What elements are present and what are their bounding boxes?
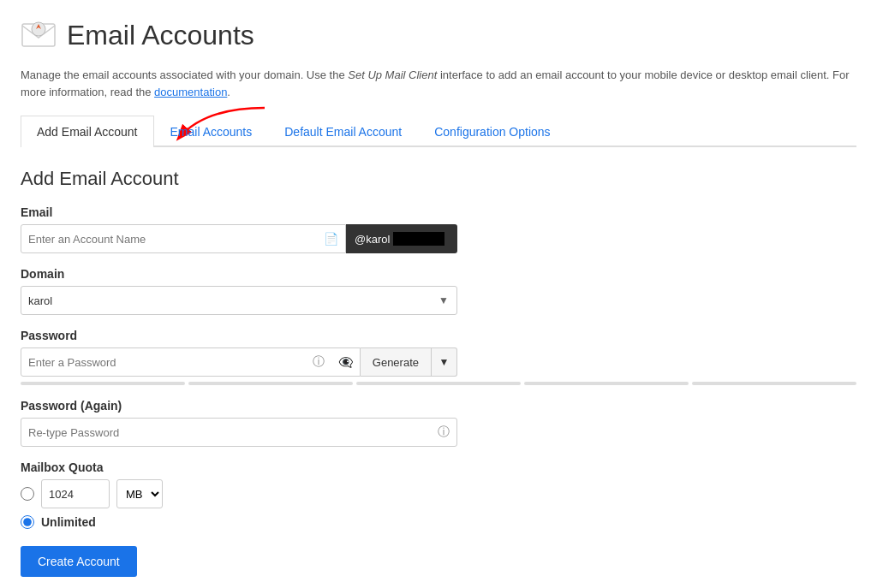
tabs-container: Add Email Account Email Accounts Default… bbox=[21, 116, 856, 147]
page-container: Email Accounts Manage the email accounts… bbox=[0, 0, 877, 588]
password-again-input[interactable] bbox=[21, 426, 431, 439]
quota-input[interactable] bbox=[41, 479, 110, 508]
generate-dropdown-button[interactable]: ▼ bbox=[432, 347, 457, 377]
email-group: Email 📄 @karol bbox=[21, 205, 856, 253]
password-again-group: Password (Again) ⓘ bbox=[21, 399, 856, 447]
domain-select-wrapper: karol ▼ bbox=[21, 286, 457, 315]
email-domain-badge: @karol bbox=[346, 224, 457, 253]
email-label: Email bbox=[21, 205, 856, 219]
quota-group: Mailbox Quota MB Unlimited bbox=[21, 460, 856, 529]
password-again-info-icon[interactable]: ⓘ bbox=[431, 425, 456, 440]
password-strength-bars bbox=[21, 382, 856, 385]
strength-bar-2 bbox=[188, 382, 353, 385]
strength-bar-1 bbox=[21, 382, 185, 385]
password-row: ⓘ 👁️‍🗨️ Generate ▼ bbox=[21, 347, 457, 377]
domain-select[interactable]: karol bbox=[21, 286, 457, 315]
strength-bar-3 bbox=[356, 382, 521, 385]
domain-label: Domain bbox=[21, 267, 856, 281]
email-input-wrapper: 📄 bbox=[21, 224, 346, 253]
password-hide-icon[interactable]: 👁️‍🗨️ bbox=[331, 355, 360, 369]
password-group: Password ⓘ 👁️‍🗨️ Generate ▼ bbox=[21, 329, 856, 385]
quota-radio-fixed[interactable] bbox=[21, 487, 34, 501]
tab-configuration-options[interactable]: Configuration Options bbox=[418, 116, 566, 147]
tab-email-accounts[interactable]: Email Accounts bbox=[154, 116, 269, 147]
quota-radio-unlimited[interactable] bbox=[21, 515, 34, 529]
page-description: Manage the email accounts associated wit… bbox=[21, 67, 856, 100]
unlimited-row: Unlimited bbox=[21, 515, 856, 529]
generate-button[interactable]: Generate bbox=[361, 347, 432, 377]
strength-bar-5 bbox=[692, 382, 856, 385]
domain-group: Domain karol ▼ bbox=[21, 267, 856, 315]
form-section-title: Add Email Account bbox=[21, 168, 856, 190]
password-again-label: Password (Again) bbox=[21, 399, 856, 413]
create-account-button[interactable]: Create Account bbox=[21, 546, 137, 577]
quota-unit-select[interactable]: MB bbox=[116, 479, 163, 508]
email-row: 📄 @karol bbox=[21, 224, 457, 253]
page-header: Email Accounts bbox=[21, 17, 856, 53]
tab-default-email-account[interactable]: Default Email Account bbox=[268, 116, 418, 147]
password-input[interactable] bbox=[21, 356, 306, 369]
page-title: Email Accounts bbox=[67, 20, 254, 51]
tab-add-email-account[interactable]: Add Email Account bbox=[21, 116, 154, 147]
contact-card-icon: 📄 bbox=[317, 232, 345, 246]
password-input-wrapper: ⓘ 👁️‍🗨️ bbox=[21, 347, 361, 377]
redacted-domain bbox=[393, 232, 444, 246]
password-label: Password bbox=[21, 329, 856, 342]
password-info-icon[interactable]: ⓘ bbox=[306, 354, 331, 370]
quota-label: Mailbox Quota bbox=[21, 460, 856, 474]
quota-row: MB bbox=[21, 479, 856, 508]
password-again-wrapper: ⓘ bbox=[21, 418, 457, 447]
email-input[interactable] bbox=[21, 233, 317, 246]
strength-bar-4 bbox=[524, 382, 689, 385]
documentation-link[interactable]: documentation bbox=[154, 86, 227, 98]
unlimited-label: Unlimited bbox=[41, 515, 96, 529]
email-icon bbox=[21, 17, 57, 53]
